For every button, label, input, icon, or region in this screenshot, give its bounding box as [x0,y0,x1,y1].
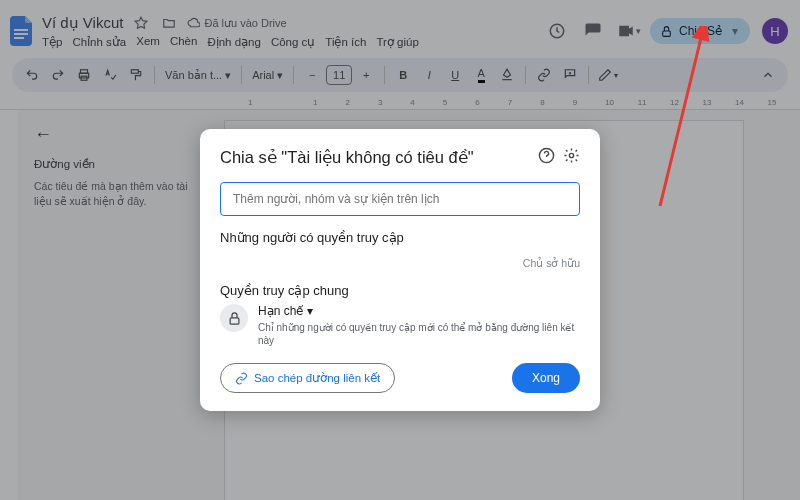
lock-icon [220,304,248,332]
done-button[interactable]: Xong [512,363,580,393]
svg-rect-11 [230,317,239,323]
general-access-title: Quyền truy cập chung [220,283,580,298]
help-icon[interactable] [538,147,555,168]
restricted-desc: Chỉ những người có quyền truy cập mới có… [258,321,580,347]
access-section-title: Những người có quyền truy cập [220,230,580,245]
modal-scrim[interactable]: Chia sẻ "Tài liệu không có tiêu đề" Nhữn… [0,0,800,500]
svg-point-10 [569,153,573,157]
link-icon [235,372,248,385]
owner-label: Chủ sở hữu [220,251,580,283]
copy-link-button[interactable]: Sao chép đường liên kết [220,363,395,393]
add-people-input[interactable] [220,182,580,216]
share-dialog: Chia sẻ "Tài liệu không có tiêu đề" Nhữn… [200,129,600,411]
dialog-title: Chia sẻ "Tài liệu không có tiêu đề" [220,148,538,167]
restricted-dropdown[interactable]: Hạn chế▾ [258,304,580,318]
gear-icon[interactable] [563,147,580,168]
chevron-down-icon: ▾ [307,304,313,318]
